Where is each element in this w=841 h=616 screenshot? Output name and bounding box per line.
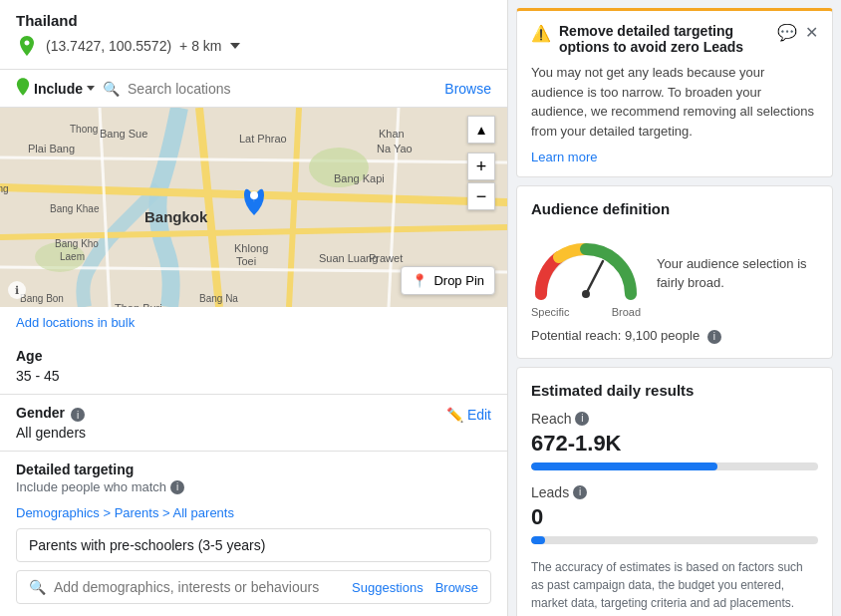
- warning-banner: ⚠️ Remove detailed targeting options to …: [516, 8, 833, 177]
- svg-text:Prawet: Prawet: [369, 252, 403, 264]
- chevron-down-icon[interactable]: [230, 43, 240, 49]
- targeting-section: Detailed targeting Include people who ma…: [0, 452, 507, 614]
- coords-text: (13.7427, 100.5572): [46, 38, 171, 54]
- svg-text:Laem: Laem: [60, 251, 85, 262]
- gender-edit-button[interactable]: ✏️ Edit: [446, 407, 491, 423]
- svg-text:Thon Buri: Thon Buri: [115, 302, 162, 307]
- banner-comment-button[interactable]: 💬: [777, 23, 797, 42]
- leads-label-row: Leads i: [531, 484, 818, 500]
- green-pin-icon: [16, 35, 38, 57]
- map-visual: Plai Bang Bang Sue Thong Lat Phrao Khan …: [0, 108, 507, 307]
- include-button[interactable]: Include: [16, 78, 95, 99]
- reach-label-row: Reach i: [531, 411, 818, 427]
- potential-reach-label: Potential reach:: [531, 328, 621, 343]
- targeting-subtitle: Include people who match i: [16, 479, 491, 494]
- potential-reach: Potential reach: 9,100 people i: [531, 328, 818, 344]
- left-panel: Thailand (13.7427, 100.5572) + 8 km Incl…: [0, 0, 508, 616]
- right-panel: ⚠️ Remove detailed targeting options to …: [508, 0, 841, 616]
- search-targeting-icon: 🔍: [29, 579, 46, 595]
- svg-text:Bang Sue: Bang Sue: [100, 128, 147, 140]
- include-label: Include: [34, 81, 83, 97]
- targeting-info-icon[interactable]: i: [170, 480, 184, 494]
- svg-text:Plai Bang: Plai Bang: [28, 143, 75, 154]
- results-section: Estimated daily results Reach i 672-1.9K…: [516, 367, 833, 617]
- age-value: 35 - 45: [16, 368, 491, 384]
- targeting-tag-box: Parents with pre-schoolers (3-5 years): [16, 528, 491, 562]
- disclaimer-text: The accuracy of estimates is based on fa…: [531, 558, 818, 617]
- gauge-specific-label: Specific: [531, 306, 570, 318]
- gauge-container: Specific Broad: [531, 229, 641, 318]
- reach-info-icon[interactable]: i: [707, 330, 721, 344]
- leads-value: 0: [531, 504, 818, 530]
- warning-actions: 💬 ✕: [777, 23, 818, 42]
- drop-pin-button[interactable]: 📍 Drop Pin: [401, 266, 495, 295]
- reach-progress-bar: [531, 462, 818, 470]
- banner-close-button[interactable]: ✕: [805, 23, 818, 42]
- svg-point-30: [250, 191, 258, 199]
- suggestions-browse-links: Suggestions Browse: [352, 580, 478, 595]
- svg-point-32: [582, 290, 590, 298]
- audience-description: Your audience selection is fairly broad.: [657, 255, 818, 291]
- warning-body: You may not get any leads because your a…: [531, 63, 818, 141]
- age-label: Age: [16, 348, 491, 364]
- learn-more-link[interactable]: Learn more: [531, 150, 597, 164]
- results-title: Estimated daily results: [531, 382, 818, 399]
- svg-text:Bang Khae: Bang Khae: [50, 203, 100, 214]
- location-country: Thailand: [16, 12, 491, 29]
- zoom-in-button[interactable]: +: [467, 153, 495, 180]
- drop-pin-label: Drop Pin: [433, 273, 484, 288]
- map-scroll-up-button[interactable]: ▲: [467, 116, 495, 144]
- reach-value: 672-1.9K: [531, 431, 818, 457]
- audience-title: Audience definition: [531, 200, 818, 217]
- map-container: Plai Bang Bang Sue Thong Lat Phrao Khan …: [0, 108, 507, 307]
- gender-label-row: Gender i: [16, 405, 85, 425]
- green-location-icon: [16, 78, 30, 99]
- targeting-title: Detailed targeting: [16, 462, 491, 477]
- radius-text: + 8 km: [179, 38, 221, 54]
- search-icon: 🔍: [103, 81, 120, 97]
- drop-pin-icon: 📍: [412, 273, 427, 288]
- gauge-broad-label: Broad: [612, 306, 641, 318]
- gender-label: Gender: [16, 405, 65, 421]
- svg-text:Khlong: Khlong: [234, 242, 268, 254]
- bulk-locations-link[interactable]: Add locations in bulk: [0, 307, 150, 338]
- svg-text:Khan: Khan: [379, 128, 405, 140]
- include-chevron-icon: [87, 86, 95, 91]
- svg-text:Lat Phrao: Lat Phrao: [239, 133, 287, 145]
- location-header: Thailand (13.7427, 100.5572) + 8 km: [0, 0, 507, 70]
- comment-icon: 💬: [777, 24, 797, 41]
- svg-text:Na Yao: Na Yao: [377, 143, 413, 154]
- search-locations-input[interactable]: [128, 81, 436, 97]
- gender-info-icon[interactable]: i: [71, 408, 85, 422]
- gauge-labels: Specific Broad: [531, 306, 641, 318]
- search-targeting-input[interactable]: [54, 579, 344, 595]
- svg-text:ang: ang: [0, 183, 9, 194]
- leads-metric-info-icon[interactable]: i: [573, 485, 587, 499]
- warning-triangle-icon: ⚠️: [531, 24, 551, 43]
- leads-progress-bar: [531, 536, 818, 544]
- svg-text:Bang Kapi: Bang Kapi: [334, 172, 385, 184]
- suggestions-link[interactable]: Suggestions: [352, 580, 423, 595]
- reach-progress-fill: [531, 462, 717, 470]
- audience-section: Audience definition S: [516, 185, 833, 359]
- svg-text:Toei: Toei: [236, 255, 256, 267]
- browse-targeting-link[interactable]: Browse: [435, 580, 478, 595]
- close-icon: ✕: [805, 24, 818, 41]
- breadcrumb-container: Demographics > Parents > All parents: [16, 504, 491, 520]
- svg-text:Bangkok: Bangkok: [144, 208, 208, 225]
- breadcrumb-link[interactable]: Demographics > Parents > All parents: [16, 505, 234, 520]
- browse-locations-link[interactable]: Browse: [444, 81, 491, 97]
- warning-title: Remove detailed targeting options to avo…: [559, 23, 769, 55]
- age-section: Age 35 - 45: [0, 338, 507, 395]
- gender-section: Gender i ✏️ Edit All genders: [0, 395, 507, 452]
- include-search-bar: Include 🔍 Browse: [0, 70, 507, 108]
- gender-value: All genders: [16, 425, 491, 441]
- zoom-out-button[interactable]: −: [467, 182, 495, 210]
- edit-pencil-icon: ✏️: [446, 407, 463, 423]
- map-info-icon[interactable]: ℹ: [8, 281, 26, 299]
- reach-metric-info-icon[interactable]: i: [575, 412, 589, 426]
- include-people-label: Include people who match: [16, 479, 166, 494]
- svg-text:Bang Na: Bang Na: [199, 293, 238, 304]
- edit-label: Edit: [467, 407, 491, 423]
- reach-label: Reach: [531, 411, 571, 427]
